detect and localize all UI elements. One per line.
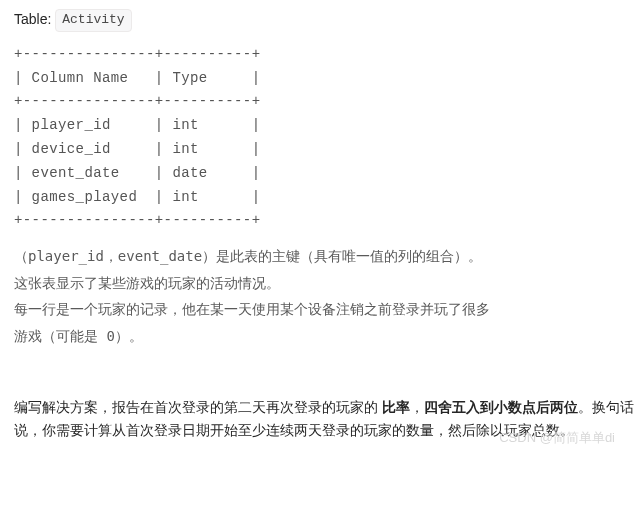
watermark: CSDN @简简单单di <box>499 428 635 449</box>
table-label-text: Table: <box>14 11 51 27</box>
schema-row: | games_played | int | <box>14 189 260 205</box>
table-name-chip: Activity <box>55 9 131 32</box>
schema-sep-top: +---------------+----------+ <box>14 46 260 62</box>
explain-line: 这张表显示了某些游戏的玩家的活动情况。 <box>14 275 280 291</box>
explanation-block: （player_id，event_date）是此表的主键（具有唯一值的列的组合）… <box>14 243 635 349</box>
problem-strong-round: 四舍五入到小数点后两位 <box>424 399 578 415</box>
schema-header: | Column Name | Type | <box>14 70 260 86</box>
table-label: Table: Activity <box>14 8 635 33</box>
schema-row: | player_id | int | <box>14 117 260 133</box>
schema-sep-bot: +---------------+----------+ <box>14 212 260 228</box>
problem-frag: ， <box>410 399 424 415</box>
schema-block: +---------------+----------+ | Column Na… <box>14 43 635 233</box>
explain-line: （player_id，event_date）是此表的主键（具有唯一值的列的组合）… <box>14 248 482 264</box>
explain-line: 游戏（可能是 0）。 <box>14 328 143 344</box>
schema-row: | event_date | date | <box>14 165 260 181</box>
schema-row: | device_id | int | <box>14 141 260 157</box>
schema-sep-mid: +---------------+----------+ <box>14 93 260 109</box>
explain-line: 每一行是一个玩家的记录，他在某一天使用某个设备注销之前登录并玩了很多 <box>14 301 490 317</box>
problem-frag: 编写解决方案，报告在首次登录的第二天再次登录的玩家的 <box>14 399 382 415</box>
problem-strong-ratio: 比率 <box>382 399 410 415</box>
